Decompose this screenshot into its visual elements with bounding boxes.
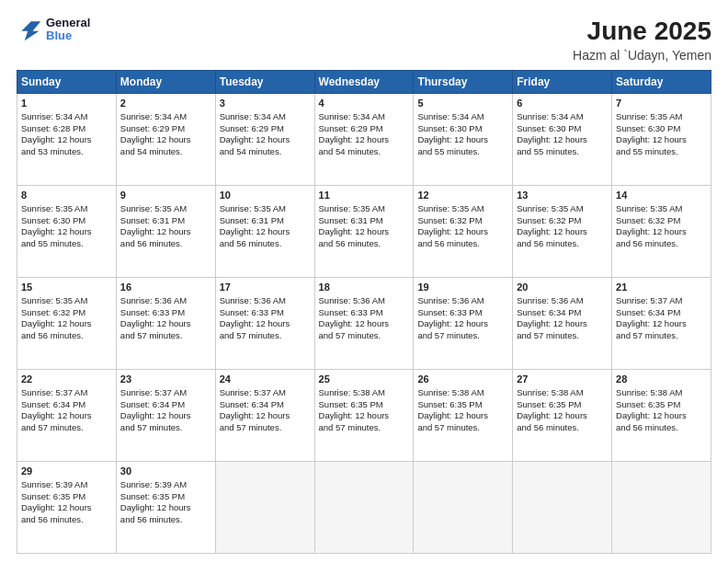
calendar-cell [513, 462, 612, 554]
day-number: 27 [517, 373, 608, 386]
page: General Blue June 2025 Hazm al `Udayn, Y… [0, 0, 728, 563]
header: General Blue June 2025 Hazm al `Udayn, Y… [17, 17, 711, 63]
day-number: 19 [417, 281, 508, 294]
calendar-cell: 10Sunrise: 5:35 AMSunset: 6:31 PMDayligh… [215, 186, 314, 278]
calendar-cell: 24Sunrise: 5:37 AMSunset: 6:34 PMDayligh… [215, 370, 314, 462]
calendar-cell: 28Sunrise: 5:38 AMSunset: 6:35 PMDayligh… [612, 370, 711, 462]
day-number: 5 [417, 97, 508, 110]
calendar-cell [414, 462, 513, 554]
weekday-header-wednesday: Wednesday [314, 71, 414, 94]
calendar-cell: 26Sunrise: 5:38 AMSunset: 6:35 PMDayligh… [414, 370, 513, 462]
weekday-header-thursday: Thursday [414, 71, 513, 94]
weekday-header-friday: Friday [513, 71, 612, 94]
day-number: 26 [417, 373, 508, 386]
day-number: 18 [319, 281, 410, 294]
day-number: 13 [517, 189, 608, 202]
weekday-header-monday: Monday [116, 71, 215, 94]
calendar-cell: 18Sunrise: 5:36 AMSunset: 6:33 PMDayligh… [314, 278, 414, 370]
day-number: 2 [120, 97, 211, 110]
calendar-cell: 16Sunrise: 5:36 AMSunset: 6:33 PMDayligh… [116, 278, 215, 370]
calendar-cell: 14Sunrise: 5:35 AMSunset: 6:32 PMDayligh… [612, 186, 711, 278]
day-number: 7 [616, 97, 707, 110]
day-number: 17 [220, 281, 311, 294]
calendar-cell: 17Sunrise: 5:36 AMSunset: 6:33 PMDayligh… [215, 278, 314, 370]
day-number: 23 [120, 373, 211, 386]
day-number: 8 [21, 189, 112, 202]
day-number: 14 [616, 189, 707, 202]
calendar-cell [215, 462, 314, 554]
calendar-cell [612, 462, 711, 554]
week-row-1: 1Sunrise: 5:34 AMSunset: 6:28 PMDaylight… [17, 94, 711, 186]
day-number: 24 [220, 373, 311, 386]
day-number: 1 [21, 97, 112, 110]
calendar-cell: 8Sunrise: 5:35 AMSunset: 6:30 PMDaylight… [17, 186, 117, 278]
day-number: 28 [616, 373, 707, 386]
calendar-cell: 22Sunrise: 5:37 AMSunset: 6:34 PMDayligh… [17, 370, 117, 462]
calendar-cell: 19Sunrise: 5:36 AMSunset: 6:33 PMDayligh… [414, 278, 513, 370]
calendar-cell: 7Sunrise: 5:35 AMSunset: 6:30 PMDaylight… [612, 94, 711, 186]
day-number: 4 [319, 97, 410, 110]
calendar-cell: 4Sunrise: 5:34 AMSunset: 6:29 PMDaylight… [314, 94, 414, 186]
day-number: 15 [21, 281, 112, 294]
day-number: 29 [21, 465, 112, 478]
calendar-table: SundayMondayTuesdayWednesdayThursdayFrid… [17, 70, 711, 554]
calendar-cell: 21Sunrise: 5:37 AMSunset: 6:34 PMDayligh… [612, 278, 711, 370]
day-number: 16 [120, 281, 211, 294]
calendar-cell: 13Sunrise: 5:35 AMSunset: 6:32 PMDayligh… [513, 186, 612, 278]
day-number: 12 [417, 189, 508, 202]
calendar-cell: 12Sunrise: 5:35 AMSunset: 6:32 PMDayligh… [414, 186, 513, 278]
calendar-cell: 27Sunrise: 5:38 AMSunset: 6:35 PMDayligh… [513, 370, 612, 462]
location-title: Hazm al `Udayn, Yemen [573, 48, 711, 63]
calendar-cell: 6Sunrise: 5:34 AMSunset: 6:30 PMDaylight… [513, 94, 612, 186]
day-number: 6 [517, 97, 608, 110]
calendar-cell: 1Sunrise: 5:34 AMSunset: 6:28 PMDaylight… [17, 94, 117, 186]
calendar-cell: 23Sunrise: 5:37 AMSunset: 6:34 PMDayligh… [116, 370, 215, 462]
week-row-3: 15Sunrise: 5:35 AMSunset: 6:32 PMDayligh… [17, 278, 711, 370]
calendar-cell: 2Sunrise: 5:34 AMSunset: 6:29 PMDaylight… [116, 94, 215, 186]
logo: General Blue [17, 17, 90, 43]
day-number: 25 [319, 373, 410, 386]
logo-icon [17, 17, 42, 42]
weekday-header-row: SundayMondayTuesdayWednesdayThursdayFrid… [17, 71, 711, 94]
day-number: 3 [220, 97, 311, 110]
calendar-cell: 3Sunrise: 5:34 AMSunset: 6:29 PMDaylight… [215, 94, 314, 186]
week-row-2: 8Sunrise: 5:35 AMSunset: 6:30 PMDaylight… [17, 186, 711, 278]
calendar-cell: 9Sunrise: 5:35 AMSunset: 6:31 PMDaylight… [116, 186, 215, 278]
day-number: 30 [120, 465, 211, 478]
day-number: 10 [220, 189, 311, 202]
day-number: 20 [517, 281, 608, 294]
calendar-cell: 11Sunrise: 5:35 AMSunset: 6:31 PMDayligh… [314, 186, 414, 278]
calendar-cell: 29Sunrise: 5:39 AMSunset: 6:35 PMDayligh… [17, 462, 117, 554]
day-number: 21 [616, 281, 707, 294]
weekday-header-tuesday: Tuesday [215, 71, 314, 94]
title-area: June 2025 Hazm al `Udayn, Yemen [573, 17, 711, 63]
calendar-cell [314, 462, 414, 554]
week-row-4: 22Sunrise: 5:37 AMSunset: 6:34 PMDayligh… [17, 370, 711, 462]
weekday-header-saturday: Saturday [612, 71, 711, 94]
calendar-cell: 30Sunrise: 5:39 AMSunset: 6:35 PMDayligh… [116, 462, 215, 554]
calendar-cell: 25Sunrise: 5:38 AMSunset: 6:35 PMDayligh… [314, 370, 414, 462]
logo-text: General Blue [46, 17, 90, 43]
day-number: 11 [319, 189, 410, 202]
week-row-5: 29Sunrise: 5:39 AMSunset: 6:35 PMDayligh… [17, 462, 711, 554]
calendar-cell: 20Sunrise: 5:36 AMSunset: 6:34 PMDayligh… [513, 278, 612, 370]
logo-line1: General [46, 17, 90, 29]
calendar-cell: 15Sunrise: 5:35 AMSunset: 6:32 PMDayligh… [17, 278, 117, 370]
day-number: 9 [120, 189, 211, 202]
day-number: 22 [21, 373, 112, 386]
calendar-cell: 5Sunrise: 5:34 AMSunset: 6:30 PMDaylight… [414, 94, 513, 186]
logo-line2: Blue [46, 29, 90, 42]
month-title: June 2025 [573, 17, 711, 46]
weekday-header-sunday: Sunday [17, 71, 117, 94]
